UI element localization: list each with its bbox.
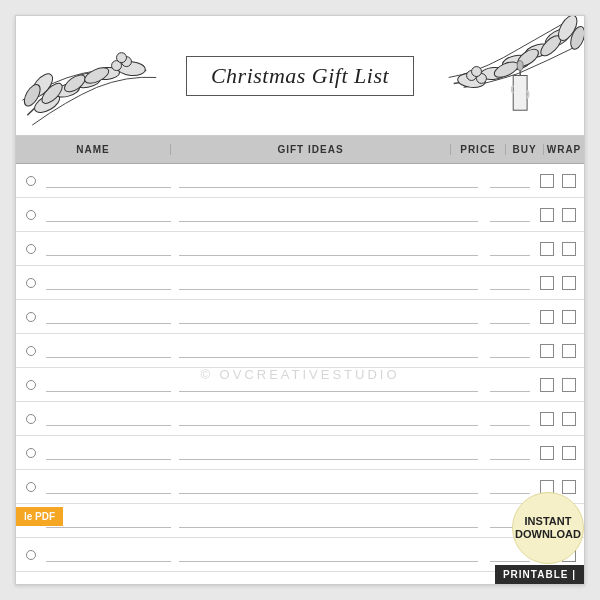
table-row xyxy=(16,266,584,300)
name-line xyxy=(46,276,171,290)
wrap-checkbox[interactable] xyxy=(562,208,576,222)
price-line xyxy=(490,310,530,324)
svg-point-10 xyxy=(117,53,127,63)
printable-badge: PRINTABLE | xyxy=(495,565,584,584)
gift-line xyxy=(179,480,478,494)
price-line xyxy=(490,446,530,460)
buy-checkbox[interactable] xyxy=(540,242,554,256)
buy-checkbox[interactable] xyxy=(540,310,554,324)
circle-icon xyxy=(26,550,36,560)
price-line xyxy=(490,242,530,256)
row-circle xyxy=(16,380,46,390)
price-line xyxy=(490,276,530,290)
wrap-checkbox[interactable] xyxy=(562,480,576,494)
pdf-badge: le PDF xyxy=(16,507,63,526)
gift-line xyxy=(179,548,478,562)
svg-rect-26 xyxy=(513,76,527,111)
price-line xyxy=(490,174,530,188)
circle-icon xyxy=(26,312,36,322)
name-line xyxy=(46,480,171,494)
page-container: Christmas Gift List NAME GIFT IDEAS PRIC… xyxy=(15,15,585,585)
circle-icon xyxy=(26,278,36,288)
circle-icon xyxy=(26,210,36,220)
gift-line xyxy=(179,378,478,392)
gift-line xyxy=(179,208,478,222)
table-row xyxy=(16,334,584,368)
row-circle xyxy=(16,346,46,356)
col-header-name: NAME xyxy=(16,144,171,155)
price-line xyxy=(490,480,530,494)
row-circle xyxy=(16,550,46,560)
col-header-wrap: WRAP xyxy=(544,144,584,155)
name-line xyxy=(46,344,171,358)
buy-checkbox[interactable] xyxy=(540,378,554,392)
wrap-checkbox[interactable] xyxy=(562,344,576,358)
gift-line xyxy=(179,174,478,188)
table-row xyxy=(16,198,584,232)
row-circle xyxy=(16,244,46,254)
table-row xyxy=(16,436,584,470)
buy-checkbox[interactable] xyxy=(540,412,554,426)
name-line xyxy=(46,548,171,562)
name-line xyxy=(46,378,171,392)
gift-line xyxy=(179,310,478,324)
table-row xyxy=(16,164,584,198)
table-row xyxy=(16,300,584,334)
name-line xyxy=(46,310,171,324)
row-circle xyxy=(16,312,46,322)
col-header-buy: BUY xyxy=(506,144,544,155)
gift-line xyxy=(179,514,478,528)
wrap-checkbox[interactable] xyxy=(562,378,576,392)
wrap-checkbox[interactable] xyxy=(562,310,576,324)
circle-icon xyxy=(26,244,36,254)
svg-point-23 xyxy=(472,67,482,77)
instant-download-badge: INSTANTDOWNLOAD xyxy=(512,492,584,564)
table-row xyxy=(16,402,584,436)
svg-point-28 xyxy=(517,61,523,71)
row-circle xyxy=(16,482,46,492)
price-line xyxy=(490,344,530,358)
circle-icon xyxy=(26,482,36,492)
price-line xyxy=(490,378,530,392)
gift-line xyxy=(179,344,478,358)
gift-line xyxy=(179,446,478,460)
rows-area: © OVCREATIVESTUDIO xyxy=(16,164,584,584)
instant-download-text: INSTANTDOWNLOAD xyxy=(515,515,581,541)
table-row xyxy=(16,232,584,266)
page-title: Christmas Gift List xyxy=(211,63,389,88)
title-banner: Christmas Gift List xyxy=(186,56,414,96)
gift-line xyxy=(179,412,478,426)
circle-icon xyxy=(26,380,36,390)
name-line xyxy=(46,174,171,188)
wrap-checkbox[interactable] xyxy=(562,412,576,426)
name-line xyxy=(46,208,171,222)
gift-line xyxy=(179,242,478,256)
name-line xyxy=(46,242,171,256)
header-area: Christmas Gift List xyxy=(16,16,584,136)
name-line xyxy=(46,446,171,460)
buy-checkbox[interactable] xyxy=(540,344,554,358)
circle-icon xyxy=(26,346,36,356)
row-circle xyxy=(16,210,46,220)
buy-checkbox[interactable] xyxy=(540,208,554,222)
row-circle xyxy=(16,414,46,424)
table-row xyxy=(16,368,584,402)
price-line xyxy=(490,412,530,426)
wrap-checkbox[interactable] xyxy=(562,276,576,290)
gift-line xyxy=(179,276,478,290)
buy-checkbox[interactable] xyxy=(540,446,554,460)
wrap-checkbox[interactable] xyxy=(562,242,576,256)
table-row xyxy=(16,470,584,504)
circle-icon xyxy=(26,414,36,424)
col-header-gift: GIFT IDEAS xyxy=(171,144,451,155)
buy-checkbox[interactable] xyxy=(540,174,554,188)
table-row xyxy=(16,504,584,538)
row-circle xyxy=(16,176,46,186)
col-header-price: PRICE xyxy=(451,144,506,155)
buy-checkbox[interactable] xyxy=(540,276,554,290)
wrap-checkbox[interactable] xyxy=(562,174,576,188)
row-circle xyxy=(16,448,46,458)
name-line xyxy=(46,412,171,426)
wrap-checkbox[interactable] xyxy=(562,446,576,460)
row-circle xyxy=(16,278,46,288)
